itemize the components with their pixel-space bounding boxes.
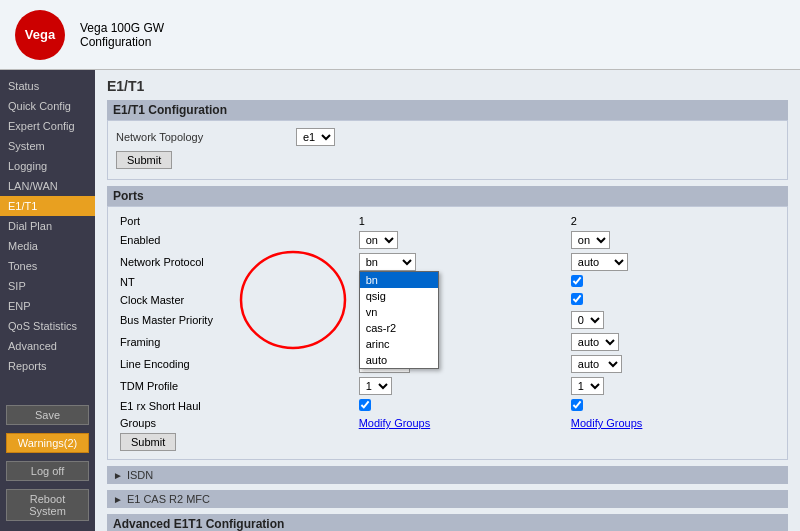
network-topology-value: e1 t1 [296,128,335,146]
modify-groups-p2-link[interactable]: Modify Groups [571,417,643,429]
enabled-p1-select[interactable]: on off [359,231,398,249]
sidebar: Status Quick Config Expert Config System… [0,70,95,531]
e1-rx-short-haul-p1 [355,397,567,415]
enabled-p2: on off [567,229,779,251]
nt-row: NT [116,273,779,291]
framing-row: Framing auto crc4 cas auto crc4 [116,331,779,353]
sidebar-item-system[interactable]: System [0,136,95,156]
network-protocol-row: Network Protocol bn qsig vn cas-r2 arinc… [116,251,779,273]
config-submit-button[interactable]: Submit [116,151,172,169]
sidebar-item-tones[interactable]: Tones [0,256,95,276]
bus-master-priority-row: Bus Master Priority 0 1 2 [116,309,779,331]
sidebar-item-quick-config[interactable]: Quick Config [0,96,95,116]
sidebar-item-logging[interactable]: Logging [0,156,95,176]
nt-p2-checkbox[interactable] [571,275,583,287]
sidebar-item-dial-plan[interactable]: Dial Plan [0,216,95,236]
sidebar-item-status[interactable]: Status [0,76,95,96]
dropdown-option-arinc[interactable]: arinc [360,336,438,352]
tdm-profile-label: TDM Profile [116,375,355,397]
clock-master-p2-checkbox[interactable] [571,293,583,305]
e1t1-config-section: E1/T1 Configuration Network Topology e1 … [107,100,788,180]
e1-cas-header[interactable]: ► E1 CAS R2 MFC [107,490,788,508]
dropdown-option-qsig[interactable]: qsig [360,288,438,304]
dropdown-option-auto[interactable]: auto [360,352,438,368]
port1-value: 1 [355,213,567,229]
advanced-header: Advanced E1T1 Configuration [107,514,788,531]
ports-table: Port 1 2 Enabled on off [116,213,779,453]
e1-rx-short-haul-p2 [567,397,779,415]
modify-groups-p2: Modify Groups [567,415,779,431]
tdm-profile-p2: 1 2 [567,375,779,397]
logoff-button[interactable]: Log off [6,461,89,481]
tdm-profile-p1: 1 2 [355,375,567,397]
e1-cas-label: E1 CAS R2 MFC [127,493,210,505]
ports-content: Port 1 2 Enabled on off [107,206,788,460]
sidebar-item-enp[interactable]: ENP [0,296,95,316]
sidebar-item-media[interactable]: Media [0,236,95,256]
tdm-profile-row: TDM Profile 1 2 1 2 [116,375,779,397]
header-title: Vega 100G GW Configuration [80,21,164,49]
warnings-button[interactable]: Warnings(2) [6,433,89,453]
reboot-button[interactable]: Reboot System [6,489,89,521]
network-topology-label: Network Topology [116,131,296,143]
sidebar-item-reports[interactable]: Reports [0,356,95,376]
e1-rx-short-haul-label: E1 rx Short Haul [116,397,355,415]
network-protocol-p1-container: bn qsig vn cas-r2 arinc auto bn qsig [359,253,416,271]
ports-submit-button[interactable]: Submit [120,433,176,451]
e1-rx-short-haul-p1-checkbox[interactable] [359,399,371,411]
port2-value: 2 [567,213,779,229]
sidebar-item-qos-statistics[interactable]: QoS Statistics [0,316,95,336]
framing-p2: auto crc4 cas [567,331,779,353]
tdm-profile-p2-select[interactable]: 1 2 [571,377,604,395]
page-title: E1/T1 [107,78,788,94]
line-encoding-p2-select[interactable]: hdb3 ami auto [571,355,622,373]
nt-label: NT [116,273,355,291]
dropdown-option-bn[interactable]: bn [360,272,438,288]
save-button[interactable]: Save [6,405,89,425]
network-protocol-p2: bn qsig vn cas-r2 arinc auto [567,251,779,273]
port-row: Port 1 2 [116,213,779,229]
bus-master-priority-p2: 0 1 2 [567,309,779,331]
nt-p2 [567,273,779,291]
tdm-profile-p1-select[interactable]: 1 2 [359,377,392,395]
network-topology-row: Network Topology e1 t1 [116,127,779,147]
ports-submit-cell: Submit [116,431,779,453]
line-encoding-label: Line Encoding [116,353,355,375]
sidebar-item-advanced[interactable]: Advanced [0,336,95,356]
enabled-row: Enabled on off on off [116,229,779,251]
e1t1-config-content: Network Topology e1 t1 Submit [107,120,788,180]
logo: Vega [15,10,65,60]
enabled-p2-select[interactable]: on off [571,231,610,249]
sidebar-item-sip[interactable]: SIP [0,276,95,296]
line-encoding-p2: hdb3 ami auto [567,353,779,375]
sidebar-item-e1t1[interactable]: E1/T1 [0,196,95,216]
e1-rx-short-haul-p2-checkbox[interactable] [571,399,583,411]
network-protocol-p2-select[interactable]: bn qsig vn cas-r2 arinc auto [571,253,628,271]
isdn-header[interactable]: ► ISDN [107,466,788,484]
sidebar-item-lanwan[interactable]: LAN/WAN [0,176,95,196]
network-protocol-p1-select[interactable]: bn qsig vn cas-r2 arinc auto [359,253,416,271]
dropdown-option-vn[interactable]: vn [360,304,438,320]
advanced-section: Advanced E1T1 Configuration Advanced E1T… [107,514,788,531]
sidebar-item-expert-config[interactable]: Expert Config [0,116,95,136]
network-protocol-dropdown: bn qsig vn cas-r2 arinc auto [359,271,439,369]
layout: Status Quick Config Expert Config System… [0,70,800,531]
isdn-label: ISDN [127,469,153,481]
network-protocol-p1: bn qsig vn cas-r2 arinc auto bn qsig [355,251,567,273]
bus-master-priority-p2-select[interactable]: 0 1 2 [571,311,604,329]
e1t1-config-header: E1/T1 Configuration [107,100,788,120]
network-topology-select[interactable]: e1 t1 [296,128,335,146]
line-encoding-row: Line Encoding hdb3 ami auto hdb3 ami [116,353,779,375]
e1-cas-arrow: ► [113,494,123,505]
enabled-p1: on off [355,229,567,251]
modify-groups-p1-link[interactable]: Modify Groups [359,417,431,429]
modify-groups-p1: Modify Groups [355,415,567,431]
main-content: E1/T1 E1/T1 Configuration Network Topolo… [95,70,800,531]
dropdown-option-cas-r2[interactable]: cas-r2 [360,320,438,336]
enabled-label: Enabled [116,229,355,251]
e1-cas-section: ► E1 CAS R2 MFC [107,490,788,508]
groups-label: Groups [116,415,355,431]
network-protocol-label: Network Protocol [116,251,355,273]
logo-text: Vega [25,27,55,42]
framing-p2-select[interactable]: auto crc4 cas [571,333,619,351]
